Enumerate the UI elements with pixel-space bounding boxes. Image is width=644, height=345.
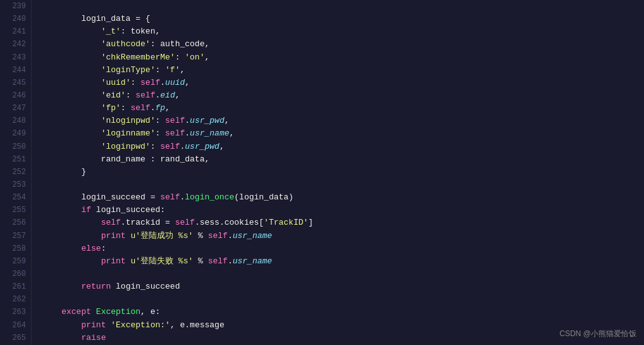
token-normal: : (130, 77, 140, 89)
token-normal (42, 242, 81, 255)
code-line (42, 293, 644, 306)
code-line: } (42, 166, 644, 179)
token-self-kw: self (208, 255, 228, 268)
token-str: 'loginType' (101, 64, 156, 77)
line-number: 259 (5, 255, 26, 268)
code-line (42, 268, 644, 280)
token-normal: : (155, 115, 165, 127)
token-normal: . (155, 89, 160, 102)
token-normal: . (180, 191, 185, 204)
line-number: 250 (5, 141, 26, 153)
token-normal: , (175, 89, 180, 102)
token-normal (42, 216, 101, 229)
code-line: except Exception, e: (42, 306, 644, 318)
line-number: 258 (5, 242, 26, 255)
token-kw: print (101, 255, 126, 268)
line-number: 253 (5, 179, 26, 191)
token-self-kw: self (165, 115, 185, 127)
line-number: 257 (5, 230, 26, 242)
token-normal: ] (308, 216, 313, 229)
line-number: 265 (5, 332, 26, 344)
token-normal (106, 319, 111, 332)
code-editor: 2392402412422432442452462472482492502512… (0, 0, 644, 345)
token-normal: , (165, 102, 170, 115)
token-self-kw: self (101, 216, 121, 229)
token-normal: , e.message (170, 319, 225, 332)
token-str: 'nloginpwd' (101, 115, 156, 127)
token-normal (42, 332, 81, 344)
watermark: CSDN @小熊猫爱恰饭 (559, 328, 636, 340)
token-self-kw: self (165, 127, 185, 140)
code-line (42, 0, 644, 13)
token-normal: % (193, 230, 207, 242)
token-str: u'登陆失败 %s' (130, 255, 193, 268)
token-attr: usr_pwd (190, 115, 225, 127)
code-line: print u'登陆失败 %s' % self.usr_name (42, 255, 644, 268)
token-normal (42, 306, 61, 318)
token-normal: , (185, 77, 190, 89)
code-line (42, 179, 644, 191)
token-normal: login_succeed = (42, 191, 160, 204)
token-normal: : token, (121, 25, 160, 38)
token-normal: . (228, 230, 233, 242)
token-normal: : (155, 64, 165, 77)
token-normal: rand_name : rand_data, (42, 153, 209, 166)
token-normal (42, 89, 101, 102)
line-number: 241 (5, 25, 26, 38)
token-normal (42, 204, 81, 216)
code-line: else: (42, 242, 644, 255)
token-normal: : auth_code, (151, 38, 210, 51)
token-str: 'fp' (101, 102, 121, 115)
code-line: return login_succeed (42, 280, 644, 293)
token-str: 'chkRememberMe' (101, 51, 175, 64)
line-numbers: 2392402412422432442452462472482492502512… (0, 0, 32, 345)
token-self-kw: self (135, 89, 155, 102)
token-normal: . (228, 255, 233, 268)
line-number: 262 (5, 293, 26, 306)
token-normal (42, 115, 101, 127)
token-str: '_t' (101, 25, 121, 38)
code-line: '_t': token, (42, 25, 644, 38)
line-number: 246 (5, 89, 26, 102)
line-number: 251 (5, 153, 26, 166)
line-number: 242 (5, 38, 26, 51)
token-normal: : (121, 102, 131, 115)
token-normal: % (193, 255, 207, 268)
token-attr: fp (155, 102, 165, 115)
token-str: 'eid' (101, 89, 126, 102)
code-line: 'chkRememberMe': 'on', (42, 51, 644, 64)
token-str: 'TrackID' (264, 216, 308, 229)
token-normal: , (220, 141, 225, 153)
token-str: 'Exception:' (111, 319, 170, 332)
token-attr: eid (160, 89, 175, 102)
line-number: 263 (5, 306, 26, 318)
code-line: 'fp': self.fp, (42, 102, 644, 115)
token-kw: print (81, 319, 106, 332)
token-normal (126, 230, 131, 242)
line-number: 245 (5, 77, 26, 89)
token-normal: .sess.cookies[ (195, 216, 264, 229)
token-normal (126, 255, 131, 268)
token-normal: , (180, 64, 185, 77)
token-normal: : (155, 127, 165, 140)
token-normal (42, 255, 101, 268)
code-line: 'uuid': self.uuid, (42, 77, 644, 89)
line-number: 249 (5, 127, 26, 140)
code-line: rand_name : rand_data, (42, 153, 644, 166)
token-normal (42, 64, 101, 77)
token-kw: return (81, 280, 111, 293)
token-normal (91, 306, 96, 318)
token-normal (42, 230, 101, 242)
token-normal (42, 141, 101, 153)
line-number: 256 (5, 216, 26, 229)
token-normal: .trackid = (121, 216, 175, 229)
line-number: 252 (5, 166, 26, 179)
token-normal: , (204, 51, 209, 64)
code-line: raise (42, 332, 644, 344)
line-number: 240 (5, 13, 26, 25)
token-normal: , (225, 115, 230, 127)
token-kw: raise (81, 332, 106, 344)
line-number: 261 (5, 280, 26, 293)
token-normal: : (101, 242, 106, 255)
code-line: 'loginname': self.usr_name, (42, 127, 644, 140)
